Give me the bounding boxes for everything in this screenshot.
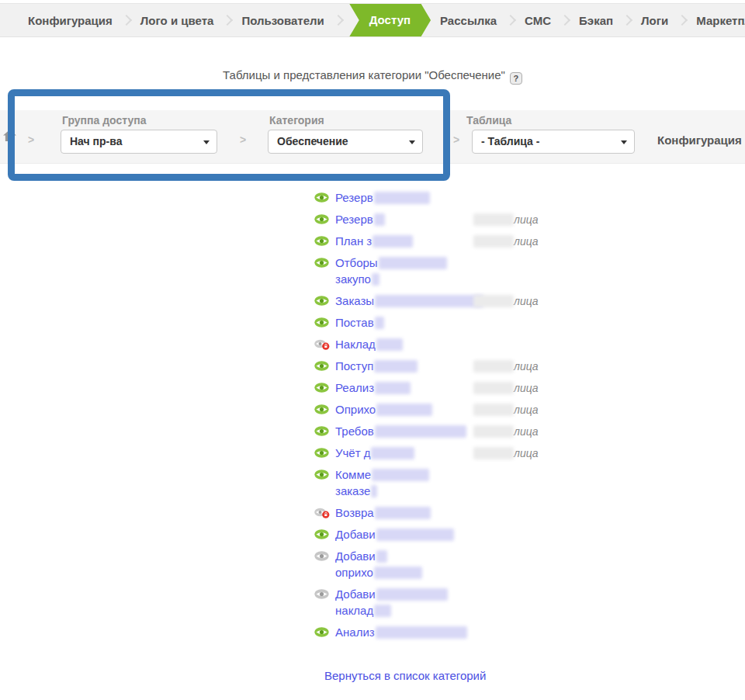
censored-note-block [473, 295, 514, 307]
nav-tab-2[interactable]: Лого и цвета [140, 14, 214, 27]
type-note: лица [473, 404, 539, 416]
table-row: Учёт длица [314, 445, 648, 461]
title-row: Таблицы и представления категории "Обесп… [0, 68, 745, 85]
nav-tab-1[interactable]: Конфигурация [28, 14, 113, 27]
table-row-line: наклад [335, 602, 648, 619]
censored-text-block [372, 235, 413, 248]
type-note: лица [473, 213, 539, 226]
eye-gray-icon[interactable] [314, 589, 330, 599]
nav-tab-9[interactable]: Маркетплейс [696, 14, 745, 27]
chevron-separator-icon [560, 15, 570, 26]
eye-green-icon[interactable] [314, 296, 330, 306]
eye-green-icon[interactable] [314, 470, 330, 480]
table-link[interactable]: заказе [335, 484, 370, 497]
table-link[interactable]: наклад [335, 604, 373, 617]
table-row: Анализ [314, 624, 648, 640]
table-link[interactable]: закупо [335, 272, 371, 286]
table-link[interactable]: Комме [335, 468, 371, 481]
table-link[interactable]: Оприхо [335, 403, 376, 416]
configuration-link[interactable]: Конфигурация [657, 133, 742, 147]
home-icon[interactable] [3, 130, 16, 144]
table-row-line: Добави [314, 548, 648, 564]
table-link[interactable]: Наклад [335, 338, 376, 351]
table-value: - Таблица - [481, 135, 539, 147]
tables-list: РезервРезервлицаПлан злицаОтборызакупоЗа… [314, 189, 648, 646]
table-link[interactable]: Реализ [335, 381, 374, 394]
table-row: Возвра [314, 504, 648, 521]
censored-text-block [371, 485, 377, 497]
table-link[interactable]: Отборы [335, 256, 378, 269]
type-note: лица [473, 360, 539, 373]
table-link[interactable]: Поступ [335, 359, 373, 373]
censored-note-block [473, 447, 514, 459]
table-row: Резервлица [314, 211, 648, 227]
eye-green-icon[interactable] [314, 258, 330, 268]
censored-text-block [375, 317, 384, 329]
table-row: Требовлица [314, 423, 648, 439]
eye-green-icon[interactable] [314, 236, 330, 246]
table-link[interactable]: Добави [335, 549, 376, 563]
censored-text-block [376, 588, 448, 601]
table-row: Добавинаклад [314, 586, 648, 619]
censored-text-block [379, 257, 447, 269]
category-select[interactable]: Обеспечение [268, 130, 423, 154]
table-row-line: оприхо [335, 564, 648, 580]
type-note: лица [473, 382, 539, 394]
eye-green-icon[interactable] [314, 404, 330, 414]
filters-toolbar: > Группа доступа Нач пр-ва > Категория О… [0, 110, 745, 164]
nav-tab-4[interactable]: Доступ [349, 3, 431, 37]
chevron-separator-icon [333, 15, 344, 26]
table-link[interactable]: Учёт д [335, 446, 370, 459]
eye-green-icon[interactable] [314, 529, 330, 539]
note-suffix: лица [514, 360, 539, 373]
table-link[interactable]: Добави [335, 528, 376, 541]
censored-note-block [473, 213, 514, 226]
table-link[interactable]: Резерв [335, 213, 373, 226]
table-link[interactable]: Заказы [335, 294, 374, 307]
eye-green-icon[interactable] [314, 214, 330, 224]
nav-tab-6[interactable]: СМС [525, 14, 551, 27]
censored-note-block [473, 425, 514, 438]
table-row: Коммезаказе [314, 466, 648, 499]
eye-green-icon[interactable] [314, 317, 330, 327]
table-link[interactable]: Возвра [335, 506, 374, 519]
access-group-select[interactable]: Нач пр-ва [61, 130, 217, 154]
table-link[interactable]: Добави [335, 587, 376, 601]
censored-text-block [372, 469, 429, 481]
note-suffix: лица [514, 235, 539, 248]
note-suffix: лица [514, 425, 539, 438]
table-row: Постав [314, 314, 648, 331]
censored-text-block [374, 192, 430, 204]
eye-green-icon[interactable] [314, 627, 330, 637]
eye-green-icon[interactable] [314, 448, 330, 458]
eye-lock-icon[interactable] [314, 508, 330, 518]
eye-green-icon[interactable] [314, 361, 330, 371]
censored-text-block [376, 404, 432, 416]
nav-tab-8[interactable]: Логи [641, 14, 668, 27]
eye-green-icon[interactable] [314, 383, 330, 393]
nav-tab-7[interactable]: Бэкап [579, 14, 613, 27]
note-suffix: лица [514, 382, 539, 394]
back-to-categories-link[interactable]: Вернуться в список категорий [324, 669, 486, 682]
table-link[interactable]: Анализ [335, 625, 375, 639]
type-note: лица [473, 295, 539, 307]
chevron-separator-icon [622, 15, 632, 26]
table-link[interactable]: Резерв [335, 191, 373, 204]
chevron-separator-icon [677, 15, 688, 26]
censored-note-block [473, 382, 514, 394]
nav-tab-5[interactable]: Рассылка [440, 14, 497, 27]
nav-tab-3[interactable]: Пользователи [241, 14, 324, 27]
table-link[interactable]: План з [335, 234, 372, 248]
censored-text-block [374, 360, 418, 373]
eye-green-icon[interactable] [314, 192, 330, 203]
type-note: лица [473, 447, 539, 459]
table-link[interactable]: Постав [335, 316, 374, 329]
table-link[interactable]: оприхо [335, 566, 373, 579]
page-title: Таблицы и представления категории "Обесп… [223, 68, 505, 81]
table-select[interactable]: - Таблица - [472, 130, 635, 154]
eye-gray-icon[interactable] [314, 551, 330, 561]
eye-lock-icon[interactable] [314, 339, 330, 350]
eye-green-icon[interactable] [314, 426, 330, 436]
table-link[interactable]: Требов [335, 425, 374, 438]
help-icon[interactable]: ? [510, 72, 522, 85]
